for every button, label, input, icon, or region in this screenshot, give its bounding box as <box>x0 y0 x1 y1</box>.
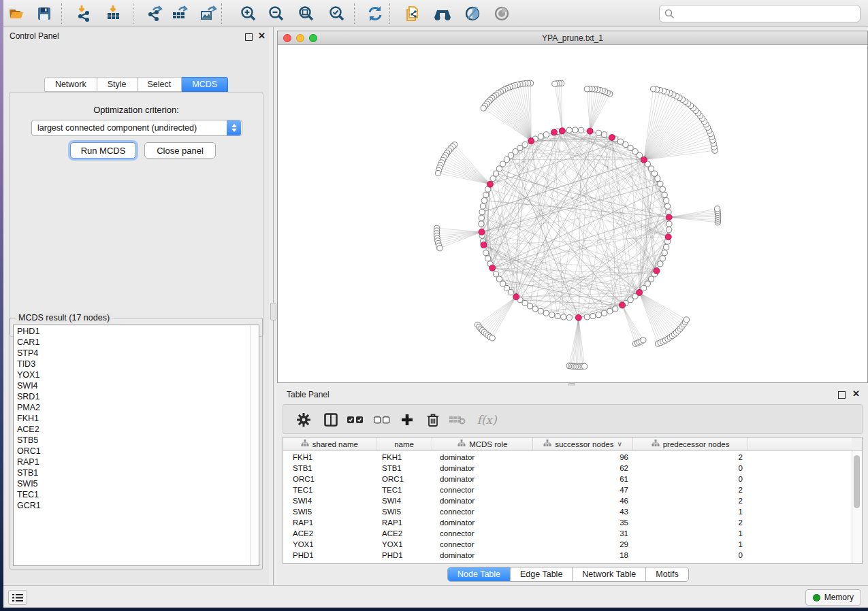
export-table-icon[interactable] <box>169 3 191 24</box>
mcds-result-item[interactable]: ACE2 <box>14 424 249 435</box>
export-image-icon[interactable] <box>197 3 219 24</box>
mcds-result-item[interactable]: TID3 <box>14 359 249 369</box>
table-row[interactable]: ACE2ACE2connector311 <box>283 528 852 539</box>
memory-label: Memory <box>824 593 854 602</box>
cell-successor-nodes: 62 <box>534 463 634 474</box>
mcds-result-item[interactable]: STB5 <box>14 435 249 446</box>
tab-edge-table[interactable]: Edge Table <box>510 567 572 581</box>
cell-successor-nodes: 46 <box>534 495 634 506</box>
search-network-icon[interactable] <box>432 3 453 24</box>
column-header-MCDS-role[interactable]: MCDS role <box>432 437 533 450</box>
close-panel-button[interactable]: Close panel <box>144 142 216 159</box>
mcds-result-item[interactable]: SWI5 <box>14 478 249 489</box>
float-panel-icon[interactable] <box>245 33 253 41</box>
mcds-result-item[interactable]: TEC1 <box>14 489 249 500</box>
table-row[interactable]: YOX1YOX1connector291 <box>283 539 852 550</box>
mcds-result-item[interactable]: ORC1 <box>14 446 249 457</box>
tab-node-table[interactable]: Node Table <box>448 567 510 581</box>
mcds-result-item[interactable]: YOX1 <box>14 369 249 380</box>
mcds-result-item[interactable]: PMA2 <box>14 402 249 413</box>
toolbar-separator <box>221 3 222 24</box>
cell-predecessor-nodes: 1 <box>634 539 750 550</box>
add-column-icon[interactable] <box>397 410 417 430</box>
mcds-result-item[interactable]: STB1 <box>14 467 249 478</box>
refresh-layout-icon[interactable] <box>364 3 386 24</box>
delete-column-icon[interactable] <box>423 410 443 430</box>
memory-button[interactable]: Memory <box>805 589 861 606</box>
network-graph[interactable] <box>278 45 867 382</box>
tab-network-table[interactable]: Network Table <box>572 567 645 581</box>
vertical-splitter-handle[interactable] <box>270 303 276 320</box>
close-panel-icon[interactable]: ✕ <box>258 31 266 41</box>
table-scrollbar[interactable] <box>852 451 862 563</box>
mcds-result-list[interactable]: PHD1CAR1STP4TID3YOX1SWI4SRD1PMA2FKH1ACE2… <box>13 325 259 566</box>
column-header-predecessor-nodes[interactable]: predecessor nodes <box>633 437 749 450</box>
import-table-icon[interactable] <box>102 3 124 24</box>
zoom-selected-icon[interactable] <box>326 3 348 24</box>
column-header-successor-nodes[interactable]: successor nodes∨ <box>533 437 633 450</box>
table-row[interactable]: RAP1RAP1dominator352 <box>283 517 852 528</box>
table-row[interactable]: SWI5SWI5connector431 <box>283 506 852 517</box>
show-graphics-details-icon[interactable] <box>491 3 513 24</box>
column-visibility-icon[interactable] <box>321 410 341 430</box>
table-row[interactable]: FKH1FKH1dominator962 <box>283 452 852 463</box>
cell-shared-name: FKH1 <box>283 452 376 463</box>
run-mcds-button[interactable]: Run MCDS <box>70 142 136 159</box>
network-canvas[interactable] <box>278 45 867 382</box>
node-table[interactable]: shared namenameMCDS rolesuccessor nodes∨… <box>283 437 863 564</box>
toolbar-separator <box>61 3 62 24</box>
task-history-button[interactable] <box>8 590 27 605</box>
list-scrollbar[interactable] <box>250 325 259 565</box>
clone-network-icon[interactable] <box>402 3 423 24</box>
mcds-result-item[interactable]: RAP1 <box>14 457 249 467</box>
search-field[interactable] <box>659 5 861 22</box>
zoom-in-icon[interactable] <box>238 3 259 24</box>
table-row[interactable]: SWI4SWI4dominator462 <box>283 495 852 506</box>
cell-name: ORC1 <box>376 474 433 484</box>
mcds-result-item[interactable]: SRD1 <box>14 391 249 402</box>
select-all-icon[interactable] <box>345 410 366 430</box>
close-table-panel-icon[interactable]: ✕ <box>852 389 860 399</box>
float-table-panel-icon[interactable] <box>838 391 846 399</box>
toolbar-separator <box>133 3 133 24</box>
mcds-result-item[interactable]: SWI4 <box>14 380 249 391</box>
tab-style[interactable]: Style <box>97 77 138 92</box>
table-row[interactable]: ORC1ORC1dominator610 <box>283 474 852 484</box>
column-type-icon <box>543 440 551 448</box>
mcds-result-item[interactable]: FKH1 <box>14 413 249 424</box>
cell-MCDS-role: connector <box>433 528 534 539</box>
cell-shared-name: STB1 <box>283 463 376 474</box>
mcds-result-item[interactable]: CAR1 <box>14 337 249 348</box>
toolbar-separator <box>354 3 355 24</box>
open-file-icon[interactable] <box>6 3 28 24</box>
network-window-titlebar[interactable]: YPA_prune.txt_1 <box>278 31 867 45</box>
settings-gear-icon[interactable] <box>293 410 314 430</box>
criterion-value: largest connected component (undirected) <box>32 123 227 133</box>
mcds-result-item[interactable]: PHD1 <box>14 326 249 337</box>
mcds-result-item[interactable]: STP4 <box>14 348 249 359</box>
tab-select[interactable]: Select <box>138 77 182 92</box>
table-row[interactable]: TEC1TEC1connector472 <box>283 484 852 495</box>
deselect-all-icon[interactable] <box>372 410 392 430</box>
mcds-result-item[interactable]: GCR1 <box>14 500 249 511</box>
criterion-select[interactable]: largest connected component (undirected) <box>31 120 242 136</box>
export-network-icon[interactable] <box>144 3 166 24</box>
cell-name: TEC1 <box>376 484 433 495</box>
cell-successor-nodes: 18 <box>534 550 634 561</box>
zoom-fit-icon[interactable] <box>295 3 317 24</box>
tab-network[interactable]: Network <box>44 77 97 92</box>
cell-shared-name: SWI5 <box>283 506 376 517</box>
column-header-shared-name[interactable]: shared name <box>283 437 376 450</box>
table-row[interactable]: PHD1PHD1dominator180 <box>283 550 852 561</box>
column-header-name[interactable]: name <box>376 437 433 450</box>
tab-mcds[interactable]: MCDS <box>182 77 228 92</box>
table-scrollbar-thumb[interactable] <box>854 455 860 508</box>
save-session-icon[interactable] <box>33 3 55 24</box>
import-network-icon[interactable] <box>74 3 95 24</box>
search-input[interactable] <box>678 7 860 20</box>
hide-graphics-details-icon[interactable] <box>462 3 483 24</box>
table-row[interactable]: STB1STB1dominator620 <box>283 463 852 474</box>
tab-motifs[interactable]: Motifs <box>645 567 688 581</box>
cell-MCDS-role: dominator <box>433 550 534 561</box>
zoom-out-icon[interactable] <box>266 3 287 24</box>
